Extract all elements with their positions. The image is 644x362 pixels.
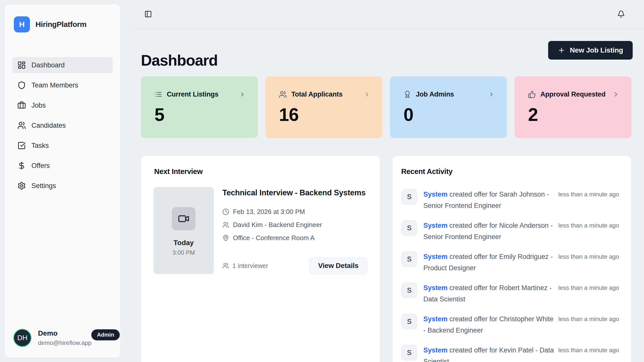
activity-actor: System [423,222,448,229]
stat-value: 16 [279,106,299,124]
sidebar-item-tasks[interactable]: Tasks [12,138,113,154]
sidebar-item-candidates[interactable]: Candidates [12,117,113,133]
topbar [129,0,644,29]
recent-activity-title: Recent Activity [401,167,453,176]
sidebar-item-dashboard[interactable]: Dashboard [12,57,113,73]
stat-label: Current Listings [167,90,218,98]
notifications-button[interactable] [617,10,625,18]
role-badge: Admin [91,329,119,340]
clock-icon [222,208,229,215]
stat-value: 2 [528,106,538,124]
activity-actor: System [423,315,448,323]
stat-head: Approval Requested [528,90,619,98]
gear-icon [17,182,26,190]
app-logo-row: H HiringPlatform [14,16,87,32]
stat-label: Total Applicants [291,90,343,98]
sidebar-item-label: Team Members [31,81,78,89]
interview-event-title: Technical Interview - Backend Systems [222,187,367,199]
sidebar: H HiringPlatform Dashboard Team Members … [5,4,120,358]
stat-head: Total Applicants [279,90,370,98]
user-email: demo@hireflow.app [38,339,91,346]
interview-date-tile: Today 3:00 PM [153,187,214,274]
sidebar-item-settings[interactable]: Settings [12,178,113,194]
stat-value: 0 [404,106,413,124]
interview-time: 3:00 PM [172,249,195,256]
activity-item[interactable]: S System created offer for Robert Martin… [401,282,619,305]
activity-avatar: S [401,345,417,361]
interview-footer: 1 interviewer View Details [222,257,367,274]
app-logo: H [14,16,30,32]
activity-actor: System [423,191,448,198]
interview-datetime-row: Feb 13, 2026 at 3:00 PM [222,208,367,216]
activity-avatar: S [401,251,417,267]
user-name: Demo [38,329,91,337]
interview-location-row: Office - Conference Room A [222,234,367,242]
sidebar-item-jobs[interactable]: Jobs [12,97,113,113]
stat-head: Current Listings [154,90,246,98]
dollar-icon [17,161,26,170]
award-icon [404,90,411,98]
activity-item[interactable]: S System created offer for Nicole Anders… [401,220,619,243]
new-job-listing-button[interactable]: New Job Listing [548,41,633,60]
interview-datetime: Feb 13, 2026 at 3:00 PM [233,208,305,216]
panel-left-icon [144,10,152,18]
users-icon [17,121,26,130]
next-interview-title: Next Interview [154,167,203,176]
activity-item[interactable]: S System created offer for Sarah Johnson… [401,189,619,211]
activity-avatar: S [401,282,417,298]
activity-timestamp: less than a minute ago [558,313,619,323]
stat-card-approval-requested[interactable]: Approval Requested 2 [514,76,631,138]
activity-timestamp: less than a minute ago [558,220,619,229]
sidebar-user[interactable]: DH Demo demo@hireflow.app Admin [13,329,114,347]
plus-icon [558,47,565,54]
activity-list: S System created offer for Sarah Johnson… [401,189,619,362]
activity-actor: System [423,284,448,292]
chevron-right-icon [239,91,246,98]
view-details-button[interactable]: View Details [309,257,367,274]
sidebar-item-team-members[interactable]: Team Members [12,77,113,93]
new-job-listing-label: New Job Listing [570,46,623,54]
recent-activity-panel: Recent Activity S System created offer f… [392,156,631,362]
interviewer-count: 1 interviewer [222,262,268,269]
sidebar-item-label: Jobs [31,102,46,109]
avatar: DH [13,329,31,347]
video-icon [178,213,189,224]
activity-item[interactable]: S System created offer for Kevin Patel -… [401,345,619,362]
chevron-right-icon [364,91,370,98]
map-pin-icon [222,235,229,241]
list-icon [154,90,162,98]
activity-timestamp: less than a minute ago [558,189,619,198]
shield-icon [17,81,26,89]
check-square-icon [17,141,26,150]
thumbs-up-icon [528,90,536,98]
chevron-right-icon [488,91,495,98]
stat-card-job-admins[interactable]: Job Admins 0 [390,76,507,138]
sidebar-item-label: Candidates [31,122,66,129]
briefcase-icon [17,101,26,110]
activity-item[interactable]: S System created offer for Christopher W… [401,313,619,336]
interviewer-count-label: 1 interviewer [232,262,268,269]
interview-details: Technical Interview - Backend Systems Fe… [222,187,367,242]
sidebar-item-label: Settings [31,182,56,190]
activity-text: System created offer for Kevin Patel - D… [423,345,554,362]
page-title: Dashboard [141,52,218,69]
stat-card-total-applicants[interactable]: Total Applicants 16 [265,76,382,138]
interview-meta: Feb 13, 2026 at 3:00 PM David Kim - Back… [222,208,367,242]
bell-icon [617,10,625,18]
stat-head: Job Admins [404,90,495,98]
sidebar-toggle-button[interactable] [144,10,152,18]
next-interview-panel: Next Interview Today 3:00 PM Technical I… [141,156,380,362]
interview-day: Today [174,239,194,247]
sidebar-item-label: Tasks [31,142,49,150]
activity-item[interactable]: S System created offer for Emily Rodrigu… [401,251,619,274]
activity-timestamp: less than a minute ago [558,251,619,260]
user-info: Demo demo@hireflow.app [38,329,91,346]
stat-card-current-listings[interactable]: Current Listings 5 [141,76,258,138]
activity-avatar: S [401,313,417,330]
sidebar-item-label: Dashboard [31,61,65,69]
interview-person-row: David Kim - Backend Engineer [222,221,367,229]
interview-location: Office - Conference Room A [233,234,315,242]
interview-person: David Kim - Backend Engineer [233,221,322,229]
sidebar-item-offers[interactable]: Offers [12,158,113,174]
users-icon [222,262,229,269]
